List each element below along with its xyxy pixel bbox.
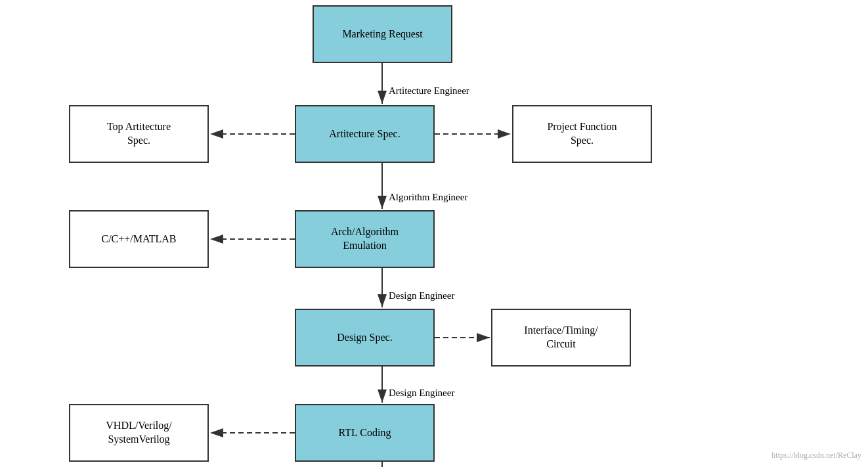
rtl-coding-box: RTL Coding xyxy=(295,404,435,462)
watermark: https://blog.csdn.net/ReClay xyxy=(771,451,861,460)
diagram-container: Artitecture Engineer Algorithm Engineer … xyxy=(0,0,868,467)
marketing-request-box: Marketing Request xyxy=(313,5,452,63)
artitecture-spec-box: Artitecture Spec. xyxy=(295,105,435,163)
vhdl-verilog-box: VHDL/Verilog/SystemVerilog xyxy=(69,404,209,462)
design-spec-box: Design Spec. xyxy=(295,309,435,367)
label-algorithm-engineer: Algorithm Engineer xyxy=(389,192,467,203)
label-design-engineer-2: Design Engineer xyxy=(389,388,454,399)
label-design-engineer-1: Design Engineer xyxy=(389,290,454,301)
arch-algorithm-box: Arch/AlgorithmEmulation xyxy=(295,210,435,268)
project-function-spec-box: Project FunctionSpec. xyxy=(512,105,652,163)
c-cpp-matlab-box: C/C++/MATLAB xyxy=(69,210,209,268)
label-artitecture-engineer: Artitecture Engineer xyxy=(389,85,469,97)
top-artitecture-spec-box: Top ArtitectureSpec. xyxy=(69,105,209,163)
interface-timing-box: Interface/Timing/Circuit xyxy=(491,309,631,367)
